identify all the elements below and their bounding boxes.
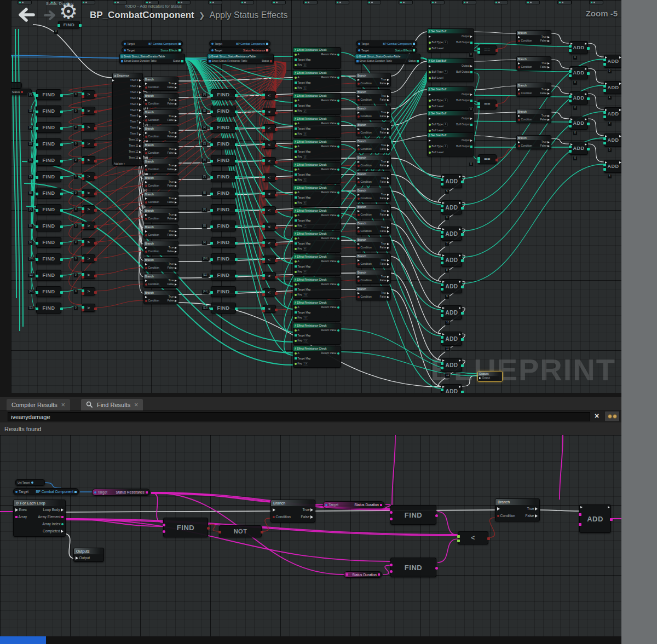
pin[interactable] <box>82 210 84 213</box>
variable-node[interactable]: TargetStatus Effects <box>356 47 417 53</box>
find-node[interactable]: FIND <box>36 89 61 100</box>
find-node[interactable]: FIND <box>36 270 61 281</box>
branch-node[interactable]: BranchTrueConditionFalse <box>356 89 391 103</box>
pin[interactable] <box>94 127 97 130</box>
effect-resistance-check-node[interactable]: ƒ Effect Resistance CheckAReturn ValueTa… <box>293 231 341 253</box>
effect-resistance-check-node[interactable]: ƒ Effect Resistance CheckAReturn ValueTa… <box>293 116 341 138</box>
pin[interactable] <box>21 91 23 93</box>
gt-node[interactable]: > <box>82 107 95 115</box>
exec-pin[interactable] <box>429 140 431 142</box>
exec-pin[interactable] <box>619 135 621 137</box>
pin[interactable] <box>94 225 97 228</box>
pin[interactable] <box>569 74 572 77</box>
pin[interactable] <box>235 275 238 277</box>
pin[interactable] <box>295 100 297 102</box>
exec-pin[interactable] <box>387 99 389 101</box>
break-struct-node[interactable]: ⧉ Break Struct_StatusDurationTableStruct… <box>355 54 420 64</box>
branch-node[interactable]: BranchTrueConditionFalse <box>143 109 178 124</box>
effect-resistance-check-node[interactable]: ƒ Effect Resistance CheckAReturn ValueTa… <box>293 47 341 69</box>
pin[interactable] <box>94 291 97 294</box>
clear-search-icon[interactable]: × <box>595 411 599 420</box>
pin[interactable] <box>295 64 297 66</box>
pin[interactable] <box>295 329 297 332</box>
exec-pin[interactable] <box>459 386 461 388</box>
exec-pin[interactable] <box>112 79 114 82</box>
pin[interactable] <box>145 267 147 269</box>
pin[interactable] <box>275 309 278 311</box>
pin[interactable] <box>337 123 339 125</box>
exec-pin[interactable] <box>358 128 360 130</box>
exec-pin[interactable] <box>175 148 177 150</box>
pin[interactable] <box>36 308 38 310</box>
exec-pin[interactable] <box>139 115 141 118</box>
pin[interactable] <box>487 537 490 540</box>
pin[interactable] <box>210 127 213 130</box>
exec-pin[interactable] <box>619 83 621 85</box>
pin[interactable] <box>429 100 431 102</box>
value-chip[interactable]: 0 <box>469 107 474 112</box>
value-chip[interactable]: [6] <box>27 191 33 196</box>
pin[interactable] <box>210 242 213 245</box>
exec-pin[interactable] <box>358 292 360 294</box>
exec-pin[interactable] <box>535 507 538 510</box>
pin[interactable] <box>235 143 238 146</box>
pin[interactable] <box>82 309 84 311</box>
pin[interactable] <box>262 310 265 312</box>
pin[interactable] <box>603 59 606 61</box>
add-node[interactable]: ADD <box>604 160 621 173</box>
exec-pin[interactable] <box>585 68 587 70</box>
tab-find-results[interactable]: Find Results × <box>81 399 143 410</box>
pin[interactable] <box>461 391 464 393</box>
pin[interactable] <box>210 193 213 195</box>
exec-pin[interactable] <box>470 94 472 96</box>
pin[interactable] <box>209 60 211 62</box>
exec-pin[interactable] <box>310 508 313 512</box>
value-chip[interactable]: 9 <box>445 294 449 299</box>
pin[interactable] <box>518 92 520 95</box>
pin[interactable] <box>358 132 360 134</box>
value-chip[interactable]: 10 <box>303 293 308 297</box>
pin[interactable] <box>337 169 339 171</box>
value-chip[interactable]: 2 <box>303 109 307 113</box>
exec-pin[interactable] <box>580 506 583 508</box>
pin[interactable] <box>417 60 419 62</box>
add-node[interactable]: ADD <box>604 81 621 94</box>
add-node[interactable]: ADD <box>441 332 462 346</box>
exec-pin[interactable] <box>145 280 147 282</box>
pin[interactable] <box>82 227 84 229</box>
value-chip[interactable]: [0] <box>27 92 33 97</box>
find-node[interactable]: FIND <box>211 237 236 248</box>
pin[interactable] <box>210 258 213 261</box>
pin[interactable] <box>82 95 84 98</box>
exec-pin[interactable] <box>139 134 141 136</box>
find-node[interactable]: FIND <box>211 138 236 149</box>
pin[interactable] <box>441 235 443 238</box>
value-chip[interactable]: 8 <box>445 268 449 273</box>
value-chip[interactable]: [9] <box>27 240 33 245</box>
uni-target-node[interactable]: Uni Target <box>15 479 45 486</box>
exec-pin[interactable] <box>358 227 360 229</box>
gt-node[interactable]: > <box>82 140 95 148</box>
blueprint-graph-main[interactable]: BLUEPRINT bleStatusFIND0FINDFINDFINDFIND… <box>11 0 621 393</box>
pin[interactable] <box>82 128 84 131</box>
pin[interactable] <box>295 123 297 125</box>
pin[interactable] <box>337 283 339 286</box>
exec-pin[interactable] <box>145 148 147 150</box>
value-chip[interactable]: [7] <box>201 207 208 212</box>
exec-pin[interactable] <box>139 91 141 94</box>
pin[interactable] <box>235 308 238 310</box>
lt-node[interactable]: < <box>263 288 276 297</box>
value-chip[interactable]: 0 <box>573 131 578 136</box>
branch-node[interactable]: BranchTrueConditionFalse <box>516 56 551 71</box>
pin[interactable] <box>518 119 520 121</box>
pin[interactable] <box>477 51 480 54</box>
pin[interactable] <box>461 181 464 183</box>
value-chip[interactable]: [2] <box>27 125 33 130</box>
exec-pin[interactable] <box>175 132 177 134</box>
add-node[interactable]: ADD <box>569 41 588 54</box>
pin[interactable] <box>295 173 297 176</box>
pin[interactable] <box>145 201 147 204</box>
tab-compiler-results[interactable]: Compiler Results × <box>7 399 70 410</box>
variable-node[interactable]: TargetBP Combat Component <box>356 40 417 47</box>
pin[interactable] <box>210 160 213 163</box>
